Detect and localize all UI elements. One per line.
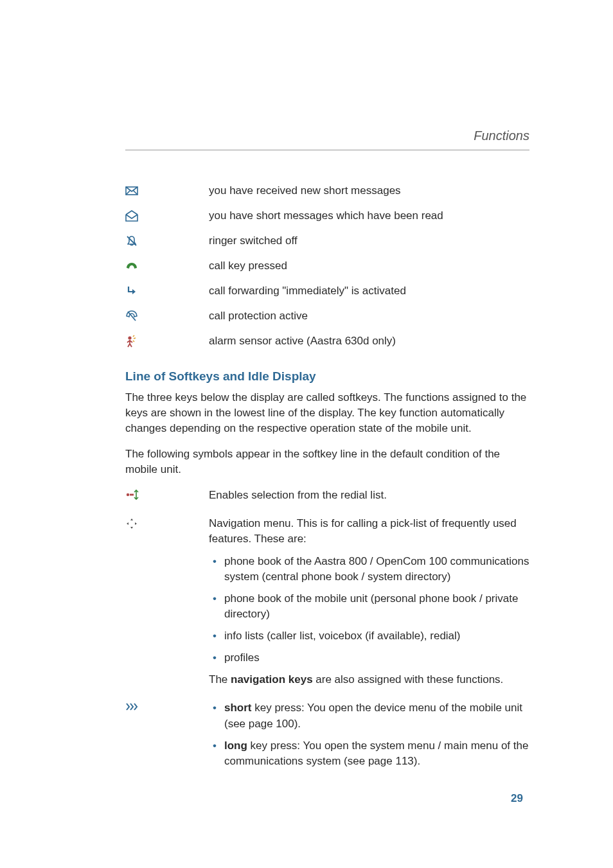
list-item: profiles <box>209 650 529 666</box>
softkey-description: Enables selection from the redial list. <box>209 488 529 503</box>
softkey-row: Navigation menu. This is for calling a p… <box>125 516 529 694</box>
softkey-note: The navigation keys are also assigned wi… <box>209 672 529 687</box>
call-forwarding-icon <box>125 285 209 297</box>
alarm-sensor-icon <box>125 335 209 348</box>
envelope-open-icon <box>125 210 209 222</box>
list-item: short key press: You open the device men… <box>209 700 529 731</box>
icon-row: ringer switched off <box>125 234 529 249</box>
icon-description: call forwarding "immediately" is activat… <box>209 284 529 299</box>
header-title: Functions <box>125 128 529 143</box>
softkey-row: Enables selection from the redial list. <box>125 488 529 509</box>
softkey-table: Enables selection from the redial list. … <box>125 488 529 775</box>
icon-description: ringer switched off <box>209 234 529 249</box>
ringer-off-icon <box>125 235 209 247</box>
list-item: phone book of the mobile unit (personal … <box>209 591 529 622</box>
icon-description: you have received new short messages <box>209 184 529 199</box>
call-protection-icon <box>125 310 209 323</box>
redial-list-icon <box>125 488 209 504</box>
bullet-list: short key press: You open the device men… <box>209 700 529 769</box>
paragraph: The three keys below the display are cal… <box>125 390 529 436</box>
menu-chevrons-icon <box>125 700 209 714</box>
icon-row: you have short messages which have been … <box>125 209 529 224</box>
icon-description: you have short messages which have been … <box>209 209 529 224</box>
icon-description-table: you have received new short messages you… <box>125 184 529 349</box>
navigation-menu-icon <box>125 516 209 533</box>
envelope-new-icon <box>125 186 209 195</box>
page-number: 29 <box>511 792 523 805</box>
icon-row: call protection active <box>125 309 529 324</box>
icon-description: call key pressed <box>209 259 529 274</box>
icon-row: call forwarding "immediately" is activat… <box>125 284 529 299</box>
icon-row: you have received new short messages <box>125 184 529 199</box>
list-item: info lists (caller list, voicebox (if av… <box>209 628 529 644</box>
paragraph: The following symbols appear in the soft… <box>125 447 529 477</box>
softkey-description: Navigation menu. This is for calling a p… <box>209 516 529 547</box>
bullet-list: phone book of the Aastra 800 / OpenCom 1… <box>209 554 529 666</box>
svg-point-3 <box>128 336 131 339</box>
icon-row: call key pressed <box>125 259 529 274</box>
softkey-row: short key press: You open the device men… <box>125 700 529 775</box>
list-item: long key press: You open the system menu… <box>209 738 529 769</box>
icon-row: alarm sensor active (Aastra 630d only) <box>125 334 529 349</box>
icon-description: call protection active <box>209 309 529 324</box>
page-header: Functions <box>125 128 529 150</box>
svg-point-4 <box>127 493 129 496</box>
svg-rect-5 <box>130 494 134 496</box>
list-item: phone book of the Aastra 800 / OpenCom 1… <box>209 554 529 585</box>
icon-description: alarm sensor active (Aastra 630d only) <box>209 334 529 349</box>
call-key-icon <box>125 261 209 270</box>
section-heading: Line of Softkeys and Idle Display <box>125 369 529 384</box>
